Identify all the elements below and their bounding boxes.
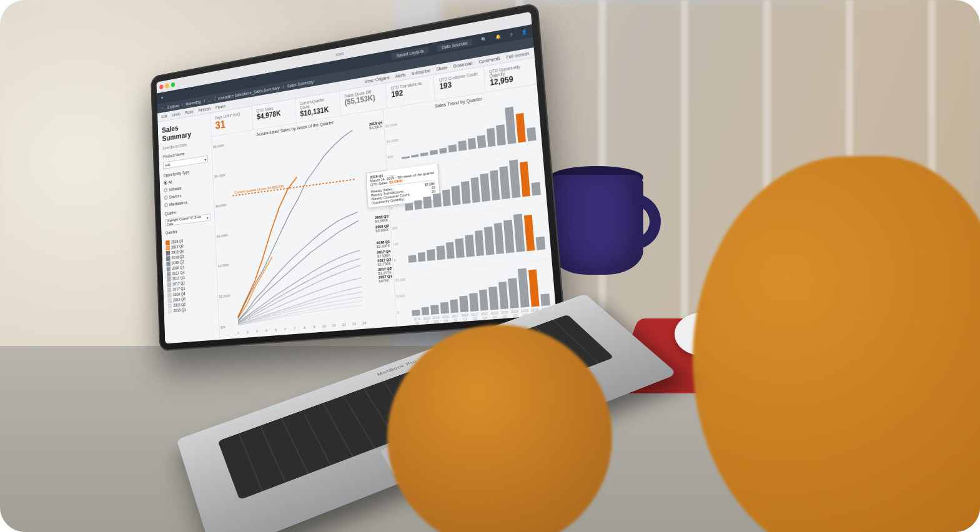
bar[interactable] — [412, 310, 420, 316]
laptop-screen-bezel: stats ✦ Saved Layouts Data Sources 🔍 🔔 ?… — [151, 2, 565, 352]
view-original-button[interactable]: View: Original — [365, 76, 390, 84]
quarter-filter-select[interactable]: Highlight Quarter of Close Date▾ — [165, 214, 210, 226]
breadcrumb-item[interactable]: Marketing — [186, 99, 201, 106]
bar[interactable] — [504, 220, 515, 254]
bar[interactable] — [494, 223, 505, 254]
fullscreen-button[interactable]: Full Screen — [506, 51, 529, 59]
dashboard-app: stats ✦ Saved Layouts Data Sources 🔍 🔔 ?… — [156, 12, 556, 344]
quarter-legend: 2019 Q12019 Q22018 Q42018 Q32018 Q22018 … — [166, 235, 214, 314]
bar[interactable] — [421, 307, 429, 315]
subscribe-button[interactable]: Subscribe — [412, 68, 430, 76]
sidebar: Sales Summary Salesforce Data Product Na… — [158, 113, 220, 343]
chevron-down-icon: ▾ — [207, 215, 209, 220]
svg-line-0 — [232, 179, 355, 196]
bar[interactable] — [439, 147, 447, 154]
bar[interactable] — [408, 255, 417, 263]
bar[interactable] — [450, 299, 458, 313]
help-icon[interactable]: ? — [510, 32, 513, 37]
undo-button[interactable]: Undo — [172, 112, 180, 117]
bar[interactable] — [536, 237, 545, 250]
bar[interactable] — [524, 215, 535, 251]
photo-scene: stats ✦ Saved Layouts Data Sources 🔍 🔔 ?… — [0, 0, 980, 532]
bar[interactable] — [433, 193, 442, 207]
bar[interactable] — [440, 302, 449, 314]
bar[interactable] — [487, 127, 496, 147]
bar[interactable] — [497, 124, 506, 145]
bar[interactable] — [509, 160, 520, 198]
bar[interactable] — [448, 144, 457, 152]
breadcrumb-item[interactable]: … — [208, 97, 212, 102]
brand-logo: ✦ — [161, 96, 164, 101]
bar[interactable] — [467, 138, 476, 150]
bar[interactable] — [541, 293, 550, 306]
download-button[interactable]: Download — [453, 61, 473, 68]
window-close-icon[interactable] — [159, 84, 163, 89]
bar[interactable] — [455, 238, 465, 258]
search-icon[interactable]: 🔍 — [481, 37, 487, 43]
chart-sales-trend[interactable]: Sales Trend by Quarter $0K$2,000K$5,000K… — [384, 84, 557, 327]
bar[interactable] — [458, 140, 467, 151]
bar[interactable] — [480, 173, 490, 201]
bar[interactable] — [484, 227, 494, 255]
window-minimize-icon[interactable] — [165, 83, 169, 88]
bar[interactable] — [420, 152, 428, 156]
bar[interactable] — [500, 166, 510, 199]
bar[interactable] — [414, 200, 422, 210]
bar[interactable] — [405, 203, 413, 210]
bar[interactable] — [465, 234, 474, 257]
redo-button[interactable]: Redo — [185, 109, 193, 115]
refresh-button[interactable]: Refresh — [198, 106, 210, 112]
bar[interactable] — [427, 249, 435, 261]
chevron-down-icon: ▾ — [204, 157, 206, 162]
bar[interactable] — [505, 107, 516, 145]
edit-button[interactable]: Edit — [161, 114, 167, 119]
bar[interactable] — [520, 162, 531, 197]
bar[interactable] — [528, 270, 540, 307]
bar[interactable] — [508, 278, 519, 308]
bar[interactable] — [411, 154, 418, 158]
page-title: Sales Summary — [162, 119, 207, 143]
bar[interactable] — [469, 293, 478, 312]
bar[interactable] — [532, 182, 541, 195]
back-icon[interactable]: ← — [161, 106, 165, 110]
user-icon[interactable]: 👤 — [522, 29, 528, 36]
share-button[interactable]: Share — [436, 65, 448, 71]
bar[interactable] — [417, 252, 425, 262]
chart-accumulated-sales[interactable]: Accumulated Sales by Week of the Quarter… — [212, 109, 397, 340]
bar[interactable] — [516, 113, 527, 143]
bar[interactable] — [437, 245, 445, 260]
bar[interactable] — [470, 177, 480, 203]
bar[interactable] — [488, 286, 498, 310]
bar[interactable] — [527, 127, 537, 141]
window-zoom-icon[interactable] — [171, 82, 175, 87]
breadcrumb-item[interactable]: Explore — [167, 103, 179, 109]
bar[interactable] — [446, 242, 455, 259]
bell-icon[interactable]: 🔔 — [495, 34, 502, 40]
bar[interactable] — [479, 290, 488, 311]
bar[interactable] — [490, 170, 500, 200]
bar[interactable] — [518, 268, 529, 307]
legend-title: Quarter — [166, 225, 211, 235]
bar[interactable] — [513, 214, 525, 252]
bar[interactable] — [430, 150, 438, 155]
bar[interactable] — [423, 196, 432, 208]
pause-button[interactable]: Pause — [215, 104, 225, 109]
bar[interactable] — [402, 156, 409, 159]
bar[interactable] — [498, 282, 508, 309]
bar[interactable] — [442, 189, 451, 206]
bar[interactable] — [461, 181, 470, 204]
bar[interactable] — [474, 230, 484, 256]
comments-button[interactable]: Comments — [478, 56, 500, 64]
bar[interactable] — [477, 135, 486, 149]
bar[interactable] — [431, 305, 439, 315]
bar[interactable] — [452, 185, 461, 205]
alerts-button[interactable]: Alerts — [395, 72, 405, 79]
bar[interactable] — [459, 296, 468, 312]
